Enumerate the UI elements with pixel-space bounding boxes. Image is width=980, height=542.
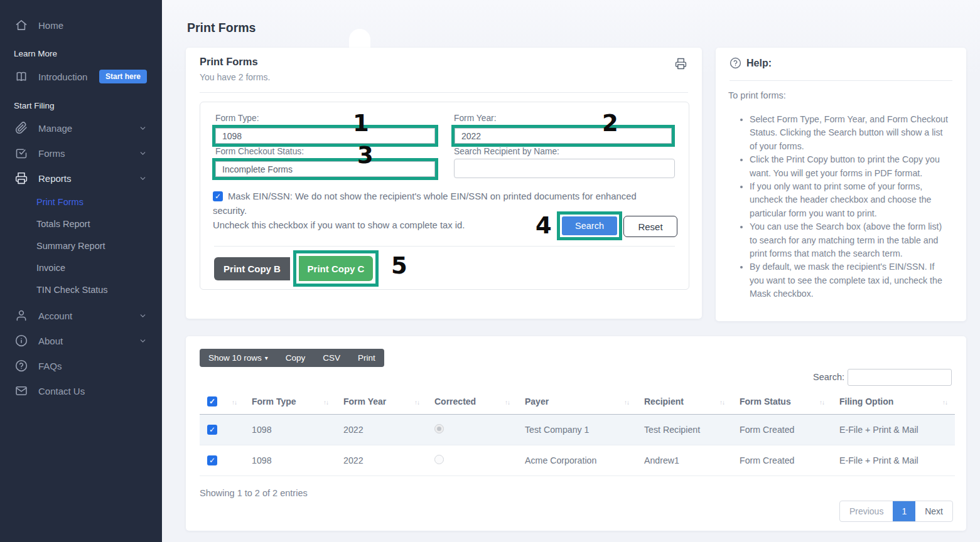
chevron-down-icon: [139, 337, 147, 345]
corrected-radio[interactable]: [434, 424, 444, 433]
show-rows-label: Show 10 rows: [208, 353, 262, 363]
forms-table-card: Show 10 rows ▾ Copy CSV Print Search: ↑↓…: [186, 336, 966, 531]
printer-icon: [15, 172, 28, 184]
row-checkbox[interactable]: [207, 425, 217, 435]
sidebar-item-print-forms[interactable]: Print Forms: [0, 191, 162, 213]
sidebar-item-totals-report[interactable]: Totals Report: [0, 213, 162, 235]
help-title: Help:: [730, 57, 772, 69]
start-here-badge[interactable]: Start here: [99, 70, 147, 83]
previous-page-button[interactable]: Previous: [840, 501, 893, 521]
row-checkbox[interactable]: [207, 455, 217, 465]
sort-icon[interactable]: ↑↓: [624, 399, 629, 406]
annotation-box-2: 2022: [451, 125, 675, 147]
sort-icon[interactable]: ↑↓: [819, 399, 824, 406]
table-search-input[interactable]: [848, 369, 952, 386]
sidebar-item-home[interactable]: Home: [0, 13, 162, 38]
column-header-form-status[interactable]: Form Status↑↓: [732, 390, 832, 415]
sidebar-item-manage[interactable]: Manage: [0, 115, 162, 141]
sidebar-item-label: Manage: [38, 123, 72, 134]
help-bullet: Select Form Type, Form Year, and Form Ch…: [750, 113, 950, 153]
column-header-payer[interactable]: Payer↑↓: [517, 390, 637, 415]
sidebar-item-contact-us[interactable]: Contact Us: [0, 378, 162, 403]
filter-fieldset: Form Type: 1098 1 Form Year: 2022 2 Form…: [200, 102, 689, 290]
table-row[interactable]: 1098 2022 Acme Corporation Andrew1 Form …: [200, 445, 955, 476]
divider: [200, 92, 688, 93]
help-bullet: If you only want to print some of your f…: [750, 180, 950, 220]
print-copy-b-button[interactable]: Print Copy B: [214, 257, 290, 280]
sidebar-item-introduction[interactable]: Introduction Start here: [0, 63, 162, 90]
recipient-search-label: Search Recipient by Name:: [454, 147, 559, 156]
print-copy-c-button[interactable]: Print Copy C: [299, 256, 373, 281]
sidebar-item-label: Introduction: [38, 72, 87, 82]
sidebar-item-account[interactable]: Account: [0, 303, 162, 328]
help-bullet: You can use the Search box (above the fo…: [750, 220, 950, 260]
show-rows-button[interactable]: Show 10 rows ▾: [200, 349, 277, 367]
recipient-search-input[interactable]: [454, 159, 675, 178]
sidebar-section-learn-more: Learn More: [0, 38, 162, 63]
help-bullet-list: Select Form Type, Form Year, and Form Ch…: [741, 113, 950, 301]
copy-button[interactable]: Copy: [277, 349, 315, 367]
checkout-status-label: Form Checkout Status:: [215, 147, 304, 156]
cell-form-status: Form Created: [732, 415, 832, 445]
sidebar-item-label: Account: [38, 311, 72, 321]
sidebar-item-summary-report[interactable]: Summary Report: [0, 235, 162, 257]
user-icon: [15, 309, 28, 322]
mask-ein-checkbox[interactable]: [213, 191, 223, 201]
annotation-box-3: Incomplete Forms: [212, 158, 438, 180]
annotation-box-5: Print Copy C: [293, 250, 379, 287]
form-year-field[interactable]: 2022: [455, 128, 672, 144]
printer-icon[interactable]: [675, 58, 687, 70]
search-button[interactable]: Search: [562, 216, 617, 235]
select-all-header[interactable]: ↑↓: [200, 390, 244, 415]
reset-button[interactable]: Reset: [623, 216, 677, 237]
sort-icon[interactable]: ↑↓: [719, 399, 724, 406]
sort-icon[interactable]: ↑↓: [323, 399, 328, 406]
entries-info: Showing 1 to 2 of 2 entries: [200, 488, 308, 498]
sidebar-item-invoice[interactable]: Invoice: [0, 257, 162, 279]
sidebar-item-label: FAQs: [38, 361, 62, 371]
sort-icon[interactable]: ↑↓: [414, 399, 419, 406]
sidebar-item-reports[interactable]: Reports: [0, 166, 162, 191]
sidebar: Home Learn More Introduction Start here …: [0, 0, 162, 542]
corrected-radio[interactable]: [434, 455, 444, 464]
chevron-down-icon: [139, 174, 147, 183]
cell-filing-option: E-File + Print & Mail: [832, 445, 955, 476]
book-icon: [15, 70, 28, 83]
checkout-status-field[interactable]: Incomplete Forms: [215, 161, 435, 177]
column-header-form-year[interactable]: Form Year↑↓: [336, 390, 427, 415]
sort-icon[interactable]: ↑↓: [505, 399, 510, 406]
select-all-checkbox[interactable]: [207, 396, 217, 406]
table-row[interactable]: 1098 2022 Test Company 1 Test Recipient …: [200, 415, 955, 445]
column-header-form-type[interactable]: Form Type↑↓: [244, 390, 336, 415]
help-bullet: Click the Print Copy button to print the…: [750, 153, 950, 180]
cell-payer: Test Company 1: [517, 415, 637, 445]
card-title: Print Forms: [200, 56, 258, 68]
column-header-filing-option[interactable]: Filing Option↑↓: [832, 390, 955, 415]
print-forms-card: Print Forms You have 2 forms. Form Type:…: [186, 48, 702, 319]
home-icon: [15, 19, 28, 31]
next-page-button[interactable]: Next: [915, 501, 952, 521]
sort-icon[interactable]: ↑↓: [232, 399, 237, 406]
sidebar-item-faqs[interactable]: FAQs: [0, 353, 162, 378]
form-type-label: Form Type:: [215, 114, 259, 123]
sort-icon[interactable]: ↑↓: [942, 399, 947, 406]
page-title: Print Forms: [187, 21, 256, 35]
column-header-corrected[interactable]: Corrected↑↓: [427, 390, 517, 415]
annotation-number-3: 3: [357, 144, 374, 167]
annotation-number-2: 2: [602, 112, 618, 135]
page-1-button[interactable]: 1: [893, 501, 915, 521]
sidebar-item-label: Forms: [38, 148, 65, 159]
sidebar-item-tin-check-status[interactable]: TIN Check Status: [0, 279, 162, 300]
question-circle-icon: [15, 359, 28, 372]
chevron-down-icon: [139, 149, 147, 157]
sidebar-item-about[interactable]: About: [0, 328, 162, 353]
help-card: Help: To print forms: Select Form Type, …: [716, 48, 966, 321]
question-circle-icon: [730, 57, 741, 69]
help-title-text: Help:: [746, 58, 772, 69]
sidebar-item-forms[interactable]: Forms: [0, 141, 162, 166]
column-header-recipient[interactable]: Recipient↑↓: [637, 390, 732, 415]
csv-button[interactable]: CSV: [314, 349, 349, 367]
form-type-field[interactable]: 1098: [215, 128, 435, 144]
print-button[interactable]: Print: [349, 349, 384, 367]
sidebar-item-label: About: [38, 336, 63, 346]
